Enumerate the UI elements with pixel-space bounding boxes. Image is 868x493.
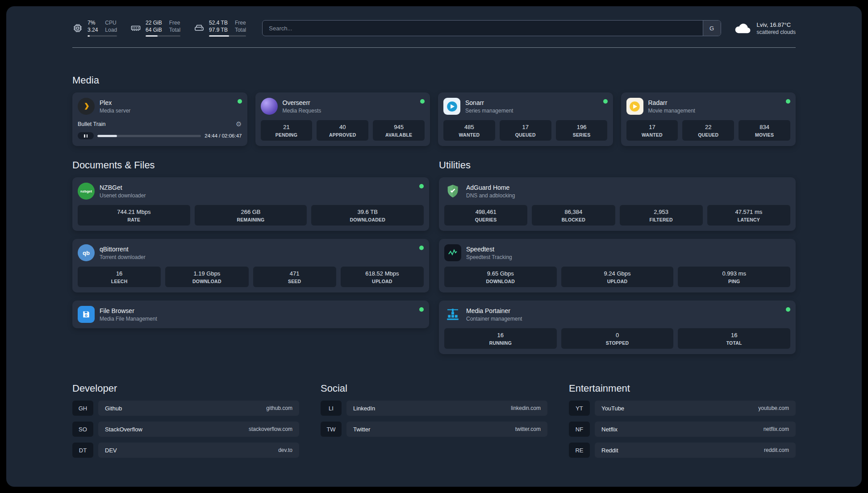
stat-value: 2,953 — [622, 209, 701, 215]
memory-bar — [146, 35, 180, 37]
app-subtitle: DNS and adblocking — [466, 192, 790, 199]
search-input[interactable] — [263, 21, 702, 36]
stat-value: 39.6 TB — [313, 209, 422, 215]
app-card-portainer[interactable]: Media Portainer Container management 16 … — [439, 301, 796, 354]
stat-value: 0 — [563, 332, 672, 338]
status-dot — [419, 307, 424, 312]
playback-time: 24:44 / 02:06:47 — [204, 133, 242, 138]
stat-value: 16 — [79, 270, 159, 277]
app-title: Speedtest — [466, 246, 790, 253]
social-section-title: Social — [321, 383, 547, 394]
card-header: qb qBittorrent Torrent downloader — [78, 244, 424, 261]
bookmark-name: DEV — [105, 447, 117, 454]
stat-label: LATENCY — [709, 217, 789, 222]
bookmark-stackoverflow[interactable]: SO StackOverflow stackoverflow.com — [72, 422, 299, 437]
stat-label: REMAINING — [196, 217, 305, 222]
stat-value: 22 — [684, 124, 732, 130]
stat-label: WANTED — [628, 132, 676, 138]
stat-tile: 2,953 FILTERED — [620, 205, 703, 226]
stat-tile: 9.65 Gbps DOWNLOAD — [444, 267, 557, 287]
disk-icon — [194, 23, 204, 33]
stat-label: DOWNLOAD — [167, 279, 246, 284]
disk-bar — [209, 35, 246, 37]
bookmark-reddit[interactable]: RE Reddit reddit.com — [569, 443, 796, 458]
stat-label: BLOCKED — [534, 217, 613, 222]
stat-tile: 86,384 BLOCKED — [532, 205, 615, 226]
app-card-plex[interactable]: Plex Media server Bullet Train ⚙ — [72, 92, 247, 146]
stat-tile: 834 MOVIES — [739, 120, 790, 141]
playback-progress-bar[interactable] — [97, 135, 201, 137]
app-title: Sonarr — [465, 99, 598, 106]
stat-label: DOWNLOAD — [446, 279, 555, 284]
stat-label: UPLOAD — [342, 279, 422, 284]
bookmark-linkedin[interactable]: LI LinkedIn linkedin.com — [321, 401, 547, 416]
app-subtitle: Series management — [465, 108, 598, 114]
memory-total: 64 GiB — [146, 27, 162, 34]
app-subtitle: Movie management — [648, 108, 781, 114]
stat-tile: 618.52 Mbps UPLOAD — [341, 267, 424, 287]
card-header: Radarr Movie management — [626, 98, 791, 115]
stat-value: 21 — [263, 124, 311, 130]
app-title: qBittorrent — [100, 246, 414, 253]
developer-section-title: Developer — [72, 383, 299, 394]
stat-tile: 471 SEED — [253, 267, 336, 287]
card-header: nzbget NZBGet Usenet downloader — [78, 183, 424, 200]
bookmark-dev[interactable]: DT DEV dev.to — [72, 443, 299, 458]
stat-label: PING — [680, 279, 789, 284]
bookmark-name: Github — [105, 405, 122, 412]
app-card-nzbget[interactable]: nzbget NZBGet Usenet downloader 744.21 M… — [72, 177, 429, 231]
stat-value: 744.21 Mbps — [79, 209, 188, 215]
now-playing-title: Bullet Train — [78, 121, 106, 127]
bookmark-abbr: YT — [569, 401, 590, 416]
cpu-label: CPU — [105, 20, 117, 27]
bookmark-url: linkedin.com — [511, 405, 541, 411]
bookmark-github[interactable]: GH Github github.com — [72, 401, 299, 416]
memory-widget: 22 GiB 64 GiB Free Total — [130, 20, 180, 37]
app-card-speedtest[interactable]: Speedtest Speedtest Tracking 9.65 Gbps D… — [439, 239, 796, 292]
stat-tile: 945 AVAILABLE — [373, 120, 425, 141]
cpu-widget: 7% 3.24 CPU Load — [72, 20, 117, 37]
bookmark-url: netflix.com — [764, 426, 789, 432]
stat-tile: 1.19 Gbps DOWNLOAD — [165, 267, 248, 287]
search-provider-button[interactable]: G — [703, 21, 721, 36]
stat-label: STOPPED — [563, 340, 672, 346]
cpu-load-label: Load — [105, 27, 117, 34]
stat-tile: 0.993 ms PING — [678, 267, 790, 287]
app-subtitle: Container management — [466, 316, 781, 322]
stat-label: LEECH — [79, 279, 159, 284]
resource-widgets: 7% 3.24 CPU Load — [72, 20, 246, 37]
documents-section-title: Documents & Files — [72, 159, 429, 171]
app-card-sonarr[interactable]: Sonarr Series management 485 WANTED 17 Q… — [438, 92, 613, 146]
app-card-filebrowser[interactable]: File Browser Media File Management — [72, 301, 429, 328]
pause-button[interactable] — [78, 132, 94, 139]
bookmark-youtube[interactable]: YT YouTube youtube.com — [569, 401, 796, 416]
stat-tile: 21 PENDING — [261, 120, 313, 141]
stat-tile: 196 SERIES — [556, 120, 608, 141]
app-card-radarr[interactable]: Radarr Movie management 17 WANTED 22 QUE… — [621, 92, 796, 146]
app-card-adguard[interactable]: AdGuard Home DNS and adblocking 498,461 … — [439, 177, 796, 231]
bookmark-twitter[interactable]: TW Twitter twitter.com — [321, 422, 547, 437]
app-title: Media Portainer — [466, 307, 781, 314]
stat-value: 471 — [255, 270, 334, 277]
bookmark-netflix[interactable]: NF Netflix netflix.com — [569, 422, 796, 437]
settings-gear-icon[interactable]: ⚙ — [236, 121, 242, 127]
stat-tile: 17 QUEUED — [500, 120, 551, 141]
stat-label: UPLOAD — [563, 279, 672, 284]
status-dot — [603, 99, 608, 104]
stat-tile: 744.21 Mbps RATE — [78, 205, 190, 226]
stat-label: RUNNING — [446, 340, 555, 346]
app-card-overseerr[interactable]: Overseerr Media Requests 21 PENDING 40 A… — [255, 92, 430, 146]
stat-value: 196 — [558, 124, 606, 130]
bookmark-abbr: NF — [569, 422, 590, 437]
stat-label: WANTED — [445, 132, 493, 138]
entertainment-section-title: Entertainment — [569, 383, 796, 394]
status-dot — [419, 184, 424, 188]
app-subtitle: Speedtest Tracking — [466, 254, 790, 260]
card-header: Plex Media server — [78, 98, 242, 115]
app-card-qbittorrent[interactable]: qb qBittorrent Torrent downloader 16 LEE… — [72, 239, 429, 292]
stat-label: SEED — [255, 279, 334, 284]
memory-free-label: Free — [169, 20, 180, 27]
stat-label: SERIES — [558, 132, 606, 138]
app-title: Plex — [100, 99, 233, 106]
disk-bar-fill — [209, 35, 229, 37]
